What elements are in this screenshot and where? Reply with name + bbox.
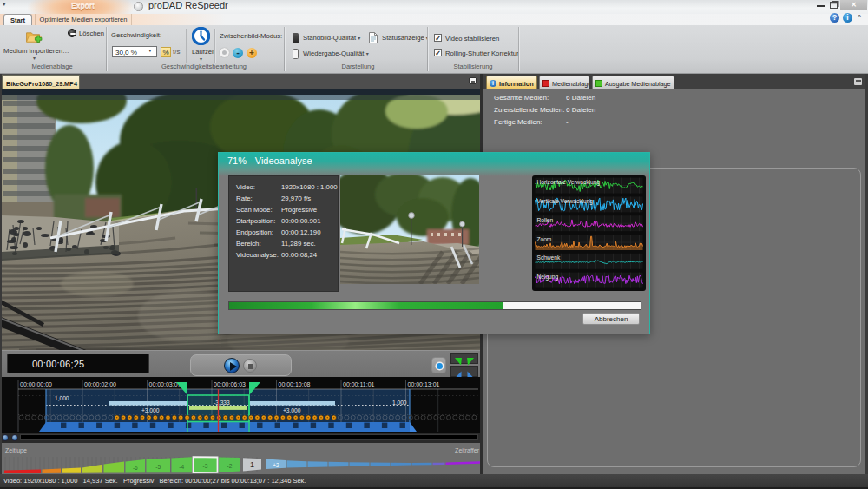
svg-text:+2: +2 [273,462,279,468]
svg-text:+3,000: +3,000 [283,407,301,413]
svg-text:Zoom: Zoom [537,236,552,242]
svg-text:00:00:03:07: 00:00:03:07 [149,381,181,387]
svg-text:Horizontale Verwacklung: Horizontale Verwacklung [537,179,601,186]
svg-text:Schwenk: Schwenk [537,254,561,261]
svg-text:Rollen: Rollen [537,217,554,223]
svg-text:-3: -3 [203,463,208,469]
svg-text:00:00:13:01: 00:00:13:01 [408,381,440,387]
svg-text:-2: -2 [227,463,233,469]
svg-text:00:00:06:03: 00:00:06:03 [214,381,246,387]
svg-text:-3,333: -3,333 [214,400,230,406]
svg-text:00:00:02:00: 00:00:02:00 [84,381,116,387]
svg-text:Vertikale Verwacklung: Vertikale Verwacklung [537,198,594,205]
svg-text:1,000: 1,000 [392,400,407,406]
svg-text:1: 1 [250,460,254,469]
svg-text:00:00:10:08: 00:00:10:08 [279,381,311,387]
svg-text:-5: -5 [155,464,161,470]
svg-text:-4: -4 [179,464,184,470]
svg-text:Neigung: Neigung [537,274,559,281]
svg-text:-6: -6 [133,465,138,471]
svg-text:Zeitlupe: Zeitlupe [5,447,27,454]
svg-text:Zeitraffer: Zeitraffer [455,447,480,453]
svg-text:00:00:11:01: 00:00:11:01 [343,381,375,387]
svg-text:1,000: 1,000 [55,395,69,401]
svg-text:00:00:00:00: 00:00:00:00 [20,381,52,387]
svg-text:+3,000: +3,000 [141,407,160,413]
